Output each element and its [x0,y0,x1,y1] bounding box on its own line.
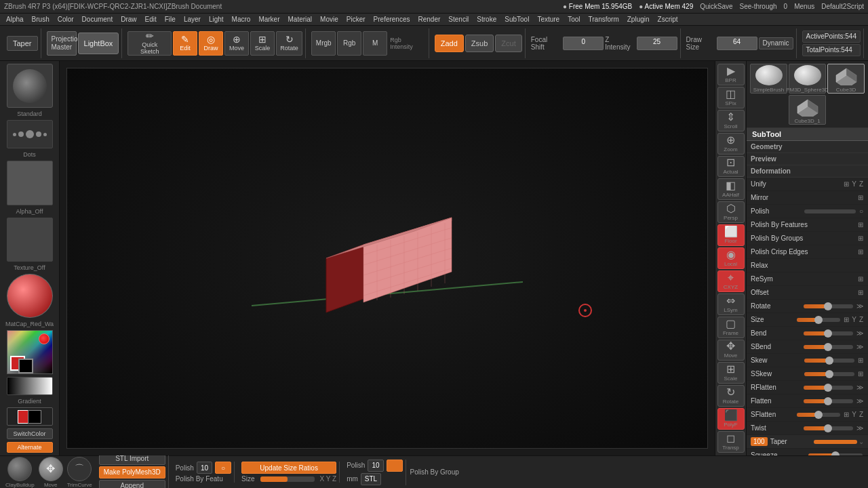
canvas-viewport[interactable] [66,68,708,449]
shelf-move[interactable]: ✥ Move [717,340,745,361]
deform-flatten[interactable]: Flatten ≫ [747,394,868,408]
alpha-preview[interactable] [7,161,53,205]
deform-rflatten-slider[interactable] [804,386,854,390]
shelf-floor[interactable]: ⬜ Floor [717,224,745,246]
claybuildup-tool[interactable]: ClayBulldup [5,457,35,488]
trimcurve-tool[interactable]: ⌒ TrimCurve [67,457,92,488]
bend-expand-icon[interactable]: ≫ [856,329,864,337]
zsub-btn[interactable]: Zsub [465,35,494,52]
rgb-btn[interactable]: Rgb [337,31,361,56]
deform-sflatten[interactable]: SFlatten ⊞ Y Z [747,408,868,422]
sbend-expand-icon[interactable]: ≫ [856,343,864,350]
menu-brush[interactable]: Brush [28,15,53,24]
deform-rotate[interactable]: Rotate ≫ [747,300,868,313]
menu-layer[interactable]: Layer [180,15,204,24]
right-polish-value[interactable]: 10 [368,460,383,472]
menu-document[interactable]: Document [79,15,117,24]
focal-shift-slider[interactable]: 0 [563,37,604,50]
color-picker[interactable] [7,330,53,374]
menu-draw[interactable]: Draw [117,15,140,24]
deformation-section[interactable]: Deformation [747,165,868,178]
lightbox-btn[interactable]: LightBox [78,33,119,54]
zadd-btn[interactable]: Zadd [435,35,464,52]
zcut-btn[interactable]: Zcut [495,35,521,52]
thumb-sphere[interactable]: PM3D_Sphere3D [789,64,826,94]
twist-expand-icon[interactable]: ≫ [856,424,864,432]
offset-grid-icon[interactable]: ⊞ [857,289,864,296]
shelf-scale[interactable]: ⊞ Scale [717,362,745,384]
gradient-preview[interactable] [7,377,53,395]
edit-btn[interactable]: ✎ Edit [173,31,197,56]
material-preview[interactable] [7,274,53,318]
deform-resym[interactable]: ReSym ⊞ [747,272,868,286]
shelf-scroll[interactable]: ⇕ Scroll [717,110,745,131]
size-z-icon[interactable]: Z [859,316,864,323]
deform-twist-slider[interactable] [804,426,854,430]
shelf-local[interactable]: ◉ Local [717,247,745,269]
scale-btn[interactable]: ⊞ Scale [250,31,275,56]
shelf-cxyz[interactable]: ⌖ CXYZ [717,270,745,292]
menu-color[interactable]: Color [54,15,77,24]
menu-stroke[interactable]: Stroke [473,15,500,24]
texture-preview[interactable] [7,218,53,262]
sflatten-z-icon[interactable]: Z [859,411,864,418]
deform-mirror[interactable]: Mirror ⊞ [747,191,868,205]
deform-rflatten[interactable]: RFlatten ≫ [747,381,868,394]
menu-render[interactable]: Render [415,15,444,24]
deform-polish-slider[interactable] [804,209,855,214]
polish-circle-icon[interactable]: ○ [859,207,864,215]
deform-taper-active[interactable]: 100 Taper ⌄ [747,435,868,449]
menu-preferences[interactable]: Preferences [370,15,414,24]
deform-polish-crisp[interactable]: Polish Crisp Edges ⊞ [747,245,868,259]
deform-sbend[interactable]: SBend ≫ [747,340,868,354]
see-through-label[interactable]: See-through [740,3,777,10]
move-tool[interactable]: ✥ Move [39,457,63,488]
mirror-grid-icon[interactable]: ⊞ [857,194,864,201]
sflatten-grid-icon[interactable]: ⊞ [843,411,850,418]
menu-file[interactable]: File [161,15,179,24]
deform-flatten-slider[interactable] [804,399,854,403]
taper-slider[interactable] [814,440,857,444]
thumb-simplebrush[interactable]: SimpleBrush [750,64,787,94]
menu-marker[interactable]: Marker [255,15,283,24]
deform-skew-slider[interactable] [804,359,855,363]
shelf-transp[interactable]: ◻ Transp [717,431,745,453]
geometry-section[interactable]: Geometry [747,141,868,153]
dots-preview[interactable] [7,120,53,148]
draw-btn[interactable]: ◎ Draw [199,31,223,56]
deform-polish[interactable]: Polish ○ [747,205,868,218]
quick-sketch-btn[interactable]: ✏ Quick Sketch [127,31,172,56]
deform-squeeze-slider[interactable] [808,453,863,456]
flatten-expand-icon[interactable]: ≫ [856,397,864,405]
dynamic-btn[interactable]: Dynamic [759,37,793,49]
shelf-frame[interactable]: ▢ Frame [717,317,745,338]
projection-master-btn[interactable]: Projection Master [47,31,77,56]
deform-relax[interactable]: Relax [747,259,868,272]
mrgb-btn[interactable]: Mrgb [311,31,336,56]
size-slider[interactable] [260,476,315,482]
size-grid-icon[interactable]: ⊞ [843,316,850,323]
polish-features-grid-icon[interactable]: ⊞ [857,221,864,228]
brush-preview[interactable] [7,64,53,108]
deform-polish-groups[interactable]: Polish By Groups ⊞ [747,232,868,245]
menu-movie[interactable]: Movie [317,15,342,24]
update-size-ratios-btn[interactable]: Update Size Ratios [241,462,336,474]
deform-bend-slider[interactable] [804,331,854,336]
canvas-area[interactable] [60,61,715,455]
menu-subtool[interactable]: SubTool [501,15,532,24]
draw-size-slider[interactable]: 64 [717,37,757,50]
shelf-bpr[interactable]: ▶ BPR [717,64,745,85]
menu-material[interactable]: Material [285,15,316,24]
menu-stencil[interactable]: Stencil [445,15,472,24]
switch-color-btn[interactable]: SwitchColor [7,428,53,439]
right-polish-run-btn[interactable] [387,460,403,472]
deform-bend[interactable]: Bend ≫ [747,327,868,340]
unify-z-icon[interactable]: Z [859,180,864,188]
deform-sbend-slider[interactable] [804,345,854,349]
script-label[interactable]: Default2Script [821,3,864,10]
menu-zplugin[interactable]: Zplugin [624,15,653,24]
z-intensity-slider[interactable]: 25 [637,37,677,50]
shelf-persp[interactable]: ⬡ Persp [717,201,745,223]
deform-size[interactable]: Size ⊞ Y Z [747,313,868,327]
shelf-zoom[interactable]: ⊕ Zoom [717,133,745,155]
